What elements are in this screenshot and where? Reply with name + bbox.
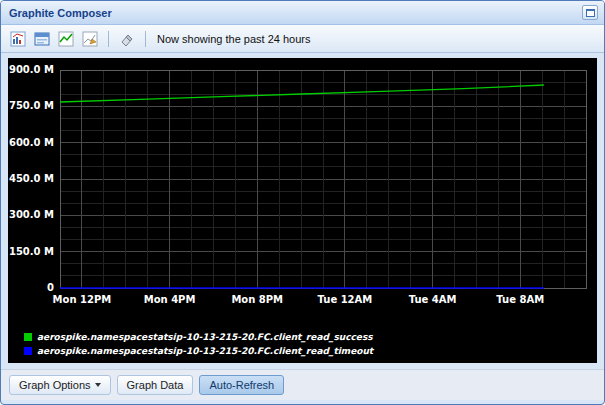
graphite-composer-window: Graphite Composer [0,0,605,405]
auto-refresh-button[interactable]: Auto-Refresh [199,375,284,395]
graph-window-icon [34,31,50,47]
line-mode-icon [58,31,74,47]
series-name: aerospike.namespacestatsip-10-13-215-20.… [37,332,373,342]
auto-refresh-label: Auto-Refresh [209,379,274,391]
graph-data-label: Graph Data [127,379,184,391]
svg-text:300.0 M: 300.0 M [9,209,54,220]
svg-text:900.0 M: 900.0 M [9,64,54,75]
series-color-swatch [24,333,32,341]
status-text: Now showing the past 24 hours [157,33,310,45]
svg-text:Mon 12PM: Mon 12PM [53,294,112,305]
graph-panel: 900.0 M750.0 M600.0 M450.0 M300.0 M150.0… [8,58,597,363]
legend-item: aerospike.namespacestatsip-10-13-215-20.… [24,330,373,344]
update-graph-icon [10,31,26,47]
svg-text:Mon 4PM: Mon 4PM [144,294,196,305]
toolbar-separator [145,31,146,47]
chevron-down-icon [95,383,101,387]
footer-toolbar: Graph Options Graph Data Auto-Refresh [1,369,604,400]
update-graph-button[interactable] [7,28,29,50]
graph-data-button[interactable]: Graph Data [117,375,194,395]
graph-plot: 900.0 M750.0 M600.0 M450.0 M300.0 M150.0… [8,58,597,316]
legend-item: aerospike.namespacestatsip-10-13-215-20.… [24,344,373,358]
svg-text:750.0 M: 750.0 M [9,100,54,111]
svg-text:150.0 M: 150.0 M [9,246,54,257]
svg-text:Tue 12AM: Tue 12AM [318,294,373,305]
graph-options-button[interactable]: Graph Options [9,375,111,395]
graph-options-label: Graph Options [19,379,91,391]
window-titlebar: Graphite Composer [1,1,604,25]
svg-text:Tue 8AM: Tue 8AM [496,294,544,305]
edit-graph-button[interactable] [79,28,101,50]
toolbar-separator [108,31,109,47]
collapse-icon [586,9,595,17]
line-mode-button[interactable] [55,28,77,50]
graph-toolbar: Now showing the past 24 hours [1,25,604,53]
chart-legend: aerospike.namespacestatsip-10-13-215-20.… [24,330,373,358]
collapse-button[interactable] [582,5,598,20]
edit-graph-icon [82,31,98,47]
graph-window-button[interactable] [31,28,53,50]
svg-text:450.0 M: 450.0 M [9,173,54,184]
window-title: Graphite Composer [9,7,582,19]
svg-text:Mon 8PM: Mon 8PM [231,294,283,305]
eraser-icon [119,31,135,47]
series-color-swatch [24,347,32,355]
svg-text:0: 0 [47,282,54,293]
svg-text:600.0 M: 600.0 M [9,137,54,148]
series-name: aerospike.namespacestatsip-10-13-215-20.… [37,346,373,356]
eraser-button[interactable] [116,28,138,50]
svg-text:Tue 4AM: Tue 4AM [409,294,457,305]
